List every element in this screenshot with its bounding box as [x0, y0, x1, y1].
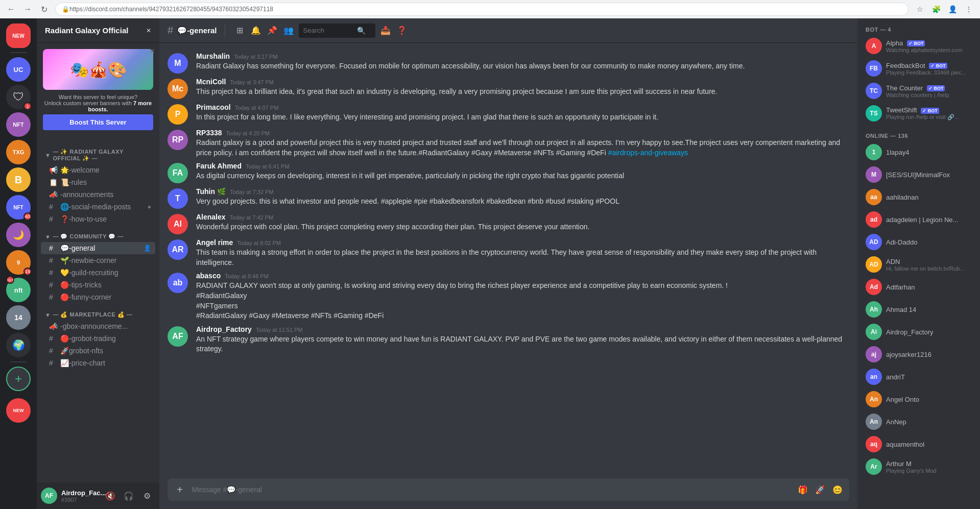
channel-newbie[interactable]: # 🌱-newbie-corner — [41, 254, 155, 266]
channel-funny[interactable]: # 🔴-funny-corner — [41, 291, 155, 303]
help-button[interactable]: ❓ — [396, 25, 408, 37]
server-icon-extra4[interactable]: 14 — [6, 305, 31, 330]
server-header[interactable]: Radiant Galaxy Official ✕ — [37, 18, 159, 43]
message-text: This project has a brilliant idea, it's … — [196, 87, 849, 97]
channel-grobot-trading[interactable]: # 🔴-grobot-trading — [41, 332, 155, 345]
server-icon-shield[interactable]: 🛡 1 — [6, 85, 31, 109]
message-group: T Tuhin 🌿 Today at 7:32 PM Very good pro… — [159, 186, 857, 210]
member-item[interactable]: Ai Airdrop_Factory — [862, 321, 976, 343]
member-item[interactable]: ad adagdelen | Legion Ne... — [862, 208, 976, 231]
search-bar[interactable]: 🔍 — [299, 23, 375, 38]
mute-button[interactable]: 🔇 — [102, 488, 118, 504]
member-item[interactable]: aq aquamenthol — [862, 433, 976, 455]
member-item[interactable]: Ad Adtfarhan — [862, 276, 976, 298]
section-marketplace[interactable]: ▼ — 💰 MARKETPLACE 💰 — — [37, 303, 159, 320]
server-icon-nft2[interactable]: NFT 40 — [6, 195, 31, 220]
member-item[interactable]: 1 1lapay4 — [862, 141, 976, 163]
message-text: As digital currency keeps on developing,… — [196, 171, 849, 181]
server-icon-new2[interactable]: NEW — [6, 398, 31, 423]
gif-button[interactable]: 🚀 — [812, 482, 828, 497]
server-icon-extra1[interactable]: 🌙 — [6, 223, 31, 247]
members-button[interactable]: 👥 — [282, 25, 295, 37]
server-icon-extra2[interactable]: 9 19 — [6, 250, 31, 275]
member-avatar: FB — [866, 60, 882, 77]
member-item[interactable]: aa aahiladnan — [862, 186, 976, 208]
member-status: Playing run /help or visit 🔗... — [886, 114, 972, 120]
member-item[interactable]: An Angel Onto — [862, 388, 976, 410]
close-boost-panel[interactable]: ✕ — [149, 47, 155, 55]
channel-grobot-nfts[interactable]: # 🚀grobot-nfts — [41, 345, 155, 357]
hash-grobot-nfts-icon: # — [49, 347, 57, 355]
announce-icon: 📣 — [49, 190, 57, 199]
avatar: AF — [168, 326, 188, 347]
inbox-button[interactable]: 📥 — [379, 25, 392, 37]
member-item[interactable]: FB FeedbackBot ✓ BOT Playing Feedback: 3… — [862, 57, 976, 80]
member-item[interactable]: an andriT — [862, 366, 976, 388]
member-item[interactable]: TC The Counter ✓ BOT Watching counters |… — [862, 80, 976, 102]
extensions-button[interactable]: 🧩 — [929, 2, 943, 16]
menu-button[interactable]: ⋮ — [962, 2, 976, 16]
user-in-channel-icon: 👤 — [144, 245, 151, 252]
channel-announcements[interactable]: 📣 -announcements — [41, 188, 155, 201]
member-item[interactable]: Ar Arthur M Playing Garry's Mod — [862, 455, 976, 478]
threads-button[interactable]: ⊞ — [233, 25, 246, 37]
message-input[interactable] — [192, 480, 791, 499]
member-item[interactable]: A Alpha ✓ BOT Watching alphabotsystem.co… — [862, 35, 976, 57]
member-info: The Counter ✓ BOT Watching counters | /h… — [886, 84, 972, 98]
boost-panel: 🎭🎪🎨 Want this server to feel unique? Unl… — [37, 43, 159, 136]
message-content: Alenalex Today at 7:42 PM Wonderful proj… — [196, 213, 849, 234]
server-icon-new[interactable]: NEW — [6, 23, 31, 48]
boost-button[interactable]: Boost This Server — [43, 114, 153, 130]
channel-guild[interactable]: # 💛-guild-recruiting — [41, 266, 155, 279]
search-input[interactable] — [303, 27, 354, 34]
section-radiant[interactable]: ▼ — ✨ RADIANT GALAXY OFFICIAL ✨ — — [37, 140, 159, 164]
pin-button[interactable]: 📌 — [266, 25, 278, 37]
online-section-header: ONLINE — 136 — [862, 125, 976, 141]
message-text: Very good projects. this is what investo… — [196, 197, 849, 207]
channel-general[interactable]: # 💬-general 👤 — [41, 242, 155, 254]
member-item[interactable]: M [SES/SUI]MinimalFox — [862, 163, 976, 186]
avatar: FA — [168, 163, 188, 183]
settings-button[interactable]: ⚙ — [139, 488, 155, 504]
refresh-button[interactable]: ↻ — [37, 2, 51, 16]
channel-price-chart[interactable]: # 📈-price-chart — [41, 357, 155, 369]
channel-how-to[interactable]: # ❓-how-to-use — [41, 213, 155, 225]
member-item[interactable]: AD ADN Hi, fallow me on twitch.tv/Rub... — [862, 253, 976, 276]
section-community[interactable]: ▼ — 💬 COMMUNITY 💬 — — [37, 225, 159, 242]
user-avatar: AF — [41, 488, 57, 504]
channel-gbox[interactable]: 📣 -gbox-announceme... — [41, 320, 155, 332]
member-item[interactable]: An AnNep — [862, 410, 976, 433]
message-text: Radiant Galaxy has something for everyon… — [196, 61, 849, 71]
message-content: McniColl Today at 3:47 PM This project h… — [196, 78, 849, 99]
forward-button[interactable]: → — [20, 2, 35, 16]
profile-button[interactable]: 👤 — [945, 2, 960, 16]
bot-badge: ✓ BOT — [921, 108, 939, 114]
member-item[interactable]: Ah Ahmad 14 — [862, 298, 976, 321]
server-icon-extra5[interactable]: 🌍 — [6, 333, 31, 357]
gift-button[interactable]: 🎁 — [795, 482, 810, 497]
emoji-button[interactable]: 😊 — [830, 482, 845, 497]
notifications-button[interactable]: 🔔 — [250, 25, 262, 37]
address-bar[interactable]: 🔒 https://discord.com/channels/942793216… — [55, 3, 909, 16]
member-item[interactable]: aj ajoysarker1216 — [862, 343, 976, 366]
channel-welcome[interactable]: 📢 🌟-welcome — [41, 164, 155, 176]
add-server-button[interactable]: + — [6, 367, 31, 391]
server-icon-extra3[interactable]: nft 1k+ — [6, 278, 31, 302]
add-attachment-button[interactable]: + — [172, 481, 188, 498]
back-button[interactable]: ← — [4, 2, 18, 16]
channel-rules[interactable]: 📋 📜-rules — [41, 176, 155, 188]
server-icon-b[interactable]: B — [6, 167, 31, 192]
server-icon-txg[interactable]: TXG — [6, 140, 31, 164]
channel-social-media[interactable]: # 🌐-social-media-posts ● — [41, 201, 155, 213]
member-item[interactable]: AD Adi-Daddo — [862, 231, 976, 253]
hash-tips-icon: # — [49, 281, 57, 289]
server-icon-uc[interactable]: UC — [6, 57, 31, 82]
member-item[interactable]: TS TweetShift ✓ BOT Playing run /help or… — [862, 102, 976, 125]
bot-badge: ✓ BOT — [907, 40, 925, 46]
deafen-button[interactable]: 🎧 — [121, 488, 137, 504]
member-avatar: AD — [866, 256, 882, 273]
bookmark-button[interactable]: ☆ — [913, 2, 927, 16]
server-icon-radiant[interactable]: NFT — [6, 112, 31, 137]
channel-tips[interactable]: # 🔴-tips-tricks — [41, 279, 155, 291]
channel-link[interactable]: #airdrops-and-giveaways — [608, 149, 688, 157]
